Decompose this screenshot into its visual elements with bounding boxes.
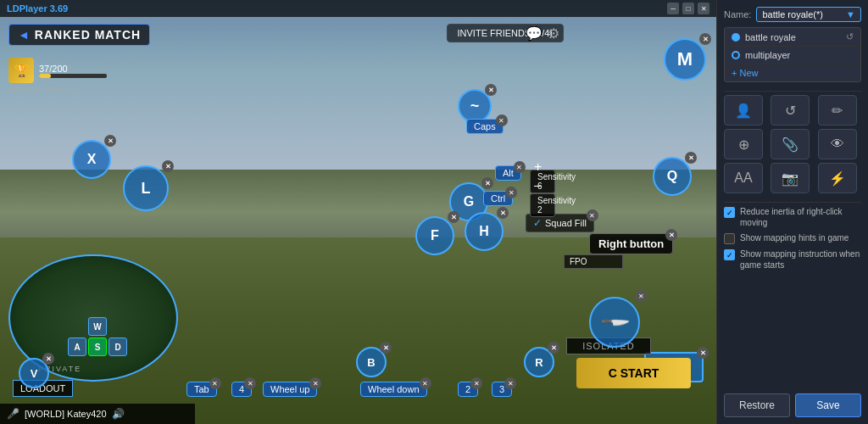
panel-bottom-buttons: Restore Save: [724, 393, 861, 417]
radio-unselected-icon: [732, 51, 740, 59]
tool-clip-button[interactable]: 📎: [771, 129, 810, 159]
caps-label[interactable]: Caps ✕: [466, 119, 504, 134]
maximize-button[interactable]: □: [682, 3, 694, 14]
reduce-inertia-label: Reduce inertia of right-click moving: [740, 206, 861, 228]
m-key[interactable]: M ✕: [664, 38, 706, 81]
squad-fill-label: Squad Fill: [545, 218, 587, 228]
knife-close[interactable]: ✕: [635, 290, 647, 302]
q-key[interactable]: Q ✕: [653, 157, 692, 196]
caps-close[interactable]: ✕: [496, 114, 508, 126]
start-button[interactable]: C START: [576, 358, 691, 388]
tool-camera-button[interactable]: 📷: [771, 163, 810, 193]
sensitivity-2-bar: Sensitivity 2: [530, 193, 555, 217]
radio-selected-icon: [732, 33, 740, 42]
tool-person-button[interactable]: 👤: [724, 95, 763, 126]
season-label: SEASON DETAILS: [8, 86, 107, 94]
tilde-key[interactable]: ~ ✕: [458, 89, 492, 123]
reduce-inertia-checkbox[interactable]: ✓: [724, 207, 735, 218]
squad-check-icon: ✓: [533, 217, 542, 229]
reduce-inertia-row: ✓ Reduce inertia of right-click moving: [724, 206, 861, 228]
v-key[interactable]: V ✕: [19, 358, 49, 388]
q-close[interactable]: ✕: [685, 152, 697, 164]
season-details: 🏆 37/200 SEASON DETAILS: [8, 58, 107, 94]
new-profile-label: + New: [732, 68, 759, 78]
profile-item-multiplayer[interactable]: multiplayer: [725, 47, 860, 64]
new-profile-button[interactable]: + New: [725, 64, 860, 81]
f-close[interactable]: ✕: [448, 211, 459, 223]
titlebar: LDPlayer 3.69 ─ □ ✕: [0, 0, 716, 17]
a-key: A: [68, 338, 86, 356]
alt-close[interactable]: ✕: [514, 161, 526, 173]
chat-icon[interactable]: 💬: [526, 25, 542, 42]
show-instruction-checkbox[interactable]: ✓: [724, 249, 735, 260]
wheel-down-key[interactable]: Wheel down ✕: [360, 382, 427, 397]
h-key[interactable]: H ✕: [465, 212, 504, 251]
x-close[interactable]: ✕: [104, 135, 116, 147]
xp-icon: 🏆: [8, 58, 34, 83]
xp-count: 37/200: [39, 64, 107, 74]
save-button[interactable]: Save: [795, 393, 861, 417]
right-panel: Name: battle royale(*) ▼ battle royale ↺…: [716, 0, 868, 424]
tool-crosshair-button[interactable]: ⊕: [724, 129, 763, 159]
g-close[interactable]: ✕: [481, 177, 493, 189]
m-close[interactable]: ✕: [699, 33, 711, 45]
h-close[interactable]: ✕: [497, 207, 509, 219]
show-instruction-label: Show mapping instruction when game start…: [740, 248, 861, 271]
tool-eye-button[interactable]: 👁: [818, 129, 857, 159]
x-key[interactable]: X ✕: [72, 140, 111, 179]
wheel-down-close[interactable]: ✕: [420, 377, 431, 389]
show-hints-row: Show mapping hints in game: [724, 232, 861, 244]
b-close[interactable]: ✕: [380, 342, 392, 354]
l-key[interactable]: L ✕: [123, 165, 169, 211]
ranked-match-title: RANKED MATCH: [35, 28, 141, 42]
divider-2: [724, 202, 861, 203]
settings-gear-icon[interactable]: ⚙: [548, 25, 559, 42]
profile-item-battle-royale[interactable]: battle royale ↺: [725, 28, 860, 47]
plus-icon[interactable]: +: [534, 159, 542, 175]
num2-key[interactable]: 2 ✕: [458, 382, 478, 397]
num3-key[interactable]: 3 ✕: [492, 382, 512, 397]
profile-name: battle royale(*): [762, 9, 823, 20]
tab-key[interactable]: Tab ✕: [186, 382, 217, 397]
wheel-up-key[interactable]: Wheel up ✕: [263, 382, 317, 397]
tool-edit-button[interactable]: ✏: [818, 95, 857, 126]
r-close[interactable]: ✕: [548, 342, 559, 354]
ctrl-label[interactable]: Ctrl ✕: [483, 191, 513, 206]
num4-key[interactable]: 4 ✕: [231, 382, 252, 397]
minus-icon[interactable]: –: [534, 178, 541, 192]
knife-button[interactable]: 🔪: [589, 297, 640, 348]
refresh-icon[interactable]: ↺: [846, 31, 854, 42]
tilde-label: ~: [470, 98, 480, 115]
l-close[interactable]: ✕: [162, 160, 174, 172]
ctrl-close[interactable]: ✕: [505, 187, 517, 198]
right-button-tooltip: Right button ✕: [589, 233, 673, 254]
volume-icon: 🔊: [112, 408, 125, 420]
dropdown-chevron-icon: ▼: [846, 9, 855, 20]
show-hints-checkbox[interactable]: [724, 233, 735, 244]
space-close[interactable]: ✕: [697, 347, 709, 359]
ranked-match-badge: ◄ RANKED MATCH: [8, 24, 150, 46]
d-key: D: [108, 338, 127, 356]
f-key[interactable]: F ✕: [415, 216, 454, 255]
v-close[interactable]: ✕: [42, 353, 54, 365]
game-area: LDPlayer 3.69 ─ □ ✕ ◄ RANKED MATCH 🏆 37/…: [0, 0, 716, 424]
profile-dropdown[interactable]: battle royale(*) ▼: [756, 7, 861, 22]
r-key[interactable]: R ✕: [524, 347, 554, 377]
restore-button[interactable]: Restore: [724, 393, 790, 417]
tab-close[interactable]: ✕: [209, 377, 221, 389]
b-key[interactable]: B ✕: [356, 347, 387, 377]
squad-fill-close[interactable]: ✕: [587, 209, 598, 221]
show-hints-label: Show mapping hints in game: [740, 232, 849, 243]
minimize-button[interactable]: ─: [667, 3, 679, 14]
tool-text-button[interactable]: AA: [724, 163, 763, 193]
name-row: Name: battle royale(*) ▼: [724, 7, 861, 22]
tool-rotate-button[interactable]: ↺: [771, 95, 810, 126]
alt-label[interactable]: Alt ✕: [495, 165, 521, 181]
tilde-close[interactable]: ✕: [485, 84, 497, 96]
tool-lightning-button[interactable]: ⚡: [818, 163, 857, 193]
check-icon-2: ✓: [726, 251, 733, 259]
w-key: W: [88, 317, 107, 336]
player-name: [WORLD] Katey420: [25, 409, 107, 419]
close-button[interactable]: ✕: [698, 3, 709, 14]
player-bar: 🎤 [WORLD] Katey420 🔊: [0, 404, 195, 424]
